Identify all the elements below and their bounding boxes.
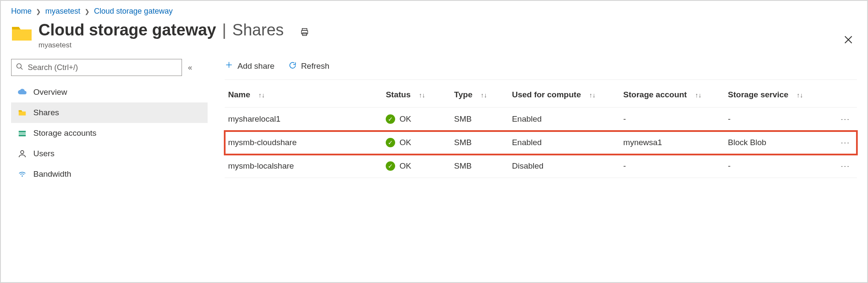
collapse-sidebar-button[interactable]: « xyxy=(188,63,192,72)
refresh-button[interactable]: Refresh xyxy=(288,61,330,72)
breadcrumb: Home ❯ myasetest ❯ Cloud storage gateway xyxy=(11,7,857,16)
col-header-account-label: Storage account xyxy=(623,90,687,99)
page-section: Shares xyxy=(232,21,284,39)
folder-icon xyxy=(11,23,32,41)
cell-compute: Disabled xyxy=(508,155,620,178)
sidebar-item-users[interactable]: Users xyxy=(11,143,208,164)
sidebar-item-label: Users xyxy=(33,149,55,158)
page-subtitle: myasetest xyxy=(38,41,309,50)
table-row[interactable]: mysmb-localshare✓OKSMBDisabled--··· xyxy=(225,155,857,178)
col-header-name[interactable]: Name ↑↓ xyxy=(225,82,382,108)
page-title: Cloud storage gateway xyxy=(38,21,216,39)
chevron-icon: ❯ xyxy=(85,8,90,15)
col-header-service-label: Storage service xyxy=(728,90,789,99)
sidebar-item-label: Storage accounts xyxy=(33,128,97,138)
cell-account: - xyxy=(620,155,724,178)
search-icon xyxy=(16,63,23,72)
row-actions-button[interactable]: ··· xyxy=(825,108,857,131)
cell-service: - xyxy=(724,155,825,178)
title-separator: | xyxy=(222,21,226,39)
cell-account: mynewsa1 xyxy=(620,131,724,155)
col-header-account[interactable]: Storage account ↑↓ xyxy=(620,82,724,108)
status-text: OK xyxy=(399,161,411,171)
add-share-button[interactable]: Add share xyxy=(225,61,275,72)
sidebar-item-label: Bandwidth xyxy=(33,169,71,179)
col-header-type[interactable]: Type ↑↓ xyxy=(451,82,508,108)
row-actions-button[interactable]: ··· xyxy=(825,131,857,155)
cell-status: ✓OK xyxy=(382,131,451,155)
folder-small-icon xyxy=(17,108,27,118)
cell-compute: Enabled xyxy=(508,131,620,155)
breadcrumb-section[interactable]: Cloud storage gateway xyxy=(94,7,173,16)
cell-name[interactable]: mysmb-localshare xyxy=(225,155,382,178)
cell-type: SMB xyxy=(451,131,508,155)
sidebar-item-storage-accounts[interactable]: Storage accounts xyxy=(11,123,208,143)
svg-rect-7 xyxy=(19,131,26,133)
col-header-name-label: Name xyxy=(228,90,250,99)
col-header-type-label: Type xyxy=(454,90,472,99)
main-content: Add share Refresh xyxy=(212,59,857,184)
breadcrumb-home[interactable]: Home xyxy=(11,7,32,16)
page-header: Cloud storage gateway | Shares myasetest xyxy=(11,21,857,50)
sort-icon[interactable]: ↑↓ xyxy=(589,91,595,99)
toolbar: Add share Refresh xyxy=(225,59,857,80)
search-input[interactable] xyxy=(27,63,177,73)
close-button[interactable] xyxy=(842,34,855,46)
col-header-service[interactable]: Storage service ↑↓ xyxy=(724,82,825,108)
search-box[interactable] xyxy=(11,59,182,76)
sort-icon[interactable]: ↑↓ xyxy=(695,91,701,99)
sidebar-nav: Overview Shares xyxy=(11,82,212,184)
breadcrumb-resource[interactable]: myasetest xyxy=(45,7,80,16)
col-header-status[interactable]: Status ↑↓ xyxy=(382,82,451,108)
sidebar-item-shares[interactable]: Shares xyxy=(11,102,208,123)
refresh-label: Refresh xyxy=(301,61,330,71)
cloud-icon xyxy=(17,87,27,97)
col-header-compute-label: Used for compute xyxy=(512,90,581,99)
svg-line-6 xyxy=(21,67,23,70)
refresh-icon xyxy=(288,61,297,72)
sidebar-item-label: Shares xyxy=(33,108,59,117)
sort-icon[interactable]: ↑↓ xyxy=(797,91,803,99)
cell-type: SMB xyxy=(451,108,508,131)
svg-point-10 xyxy=(21,151,23,154)
sort-icon[interactable]: ↑↓ xyxy=(419,91,425,99)
table-header-row: Name ↑↓ Status ↑↓ Type ↑↓ Used for com xyxy=(225,82,857,108)
cell-compute: Enabled xyxy=(508,108,620,131)
sort-icon[interactable]: ↑↓ xyxy=(258,91,265,99)
svg-point-11 xyxy=(22,175,23,177)
svg-rect-9 xyxy=(19,135,26,137)
status-text: OK xyxy=(399,138,411,147)
table-row[interactable]: mysmb-cloudshare✓OKSMBEnabledmynewsa1Blo… xyxy=(225,131,857,155)
status-ok-icon: ✓ xyxy=(386,161,395,171)
sidebar-item-label: Overview xyxy=(33,88,67,97)
svg-point-5 xyxy=(17,64,21,68)
sidebar: « Overview xyxy=(11,59,212,184)
shares-table: Name ↑↓ Status ↑↓ Type ↑↓ Used for com xyxy=(225,82,857,178)
status-text: OK xyxy=(399,114,411,124)
sidebar-item-bandwidth[interactable]: Bandwidth xyxy=(11,164,208,184)
cell-service: Block Blob xyxy=(724,131,825,155)
row-actions-button[interactable]: ··· xyxy=(825,155,857,178)
user-icon xyxy=(17,149,27,159)
bandwidth-icon xyxy=(17,169,27,179)
cell-status: ✓OK xyxy=(382,155,451,178)
close-icon xyxy=(844,35,853,44)
add-share-label: Add share xyxy=(238,61,275,71)
svg-rect-8 xyxy=(19,133,26,134)
cell-service: - xyxy=(724,108,825,131)
cell-type: SMB xyxy=(451,155,508,178)
sidebar-item-overview[interactable]: Overview xyxy=(11,82,208,102)
plus-icon xyxy=(225,61,233,72)
chevron-icon: ❯ xyxy=(36,8,41,15)
status-ok-icon: ✓ xyxy=(386,138,395,147)
cell-status: ✓OK xyxy=(382,108,451,131)
table-row[interactable]: mysharelocal1✓OKSMBEnabled--··· xyxy=(225,108,857,131)
cell-name[interactable]: mysmb-cloudshare xyxy=(225,131,382,155)
print-icon[interactable] xyxy=(300,27,309,38)
cell-account: - xyxy=(620,108,724,131)
col-header-compute[interactable]: Used for compute ↑↓ xyxy=(508,82,620,108)
cell-name[interactable]: mysharelocal1 xyxy=(225,108,382,131)
sort-icon[interactable]: ↑↓ xyxy=(481,91,487,99)
storage-icon xyxy=(17,128,27,138)
status-ok-icon: ✓ xyxy=(386,114,395,124)
